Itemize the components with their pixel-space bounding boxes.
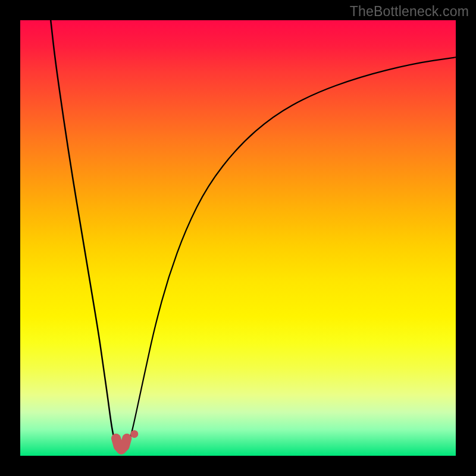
chart-frame: TheBottleneck.com	[0, 0, 476, 476]
curve-left-branch	[51, 20, 117, 449]
extra-dot-marker	[130, 430, 138, 438]
u-marker	[116, 439, 127, 450]
plot-area	[20, 20, 456, 456]
chart-svg	[20, 20, 456, 456]
curve-path	[51, 20, 117, 449]
optimum-markers	[116, 430, 138, 450]
attribution-text: TheBottleneck.com	[350, 4, 469, 20]
curve-right-branch	[127, 57, 456, 449]
curve-path	[127, 57, 456, 449]
